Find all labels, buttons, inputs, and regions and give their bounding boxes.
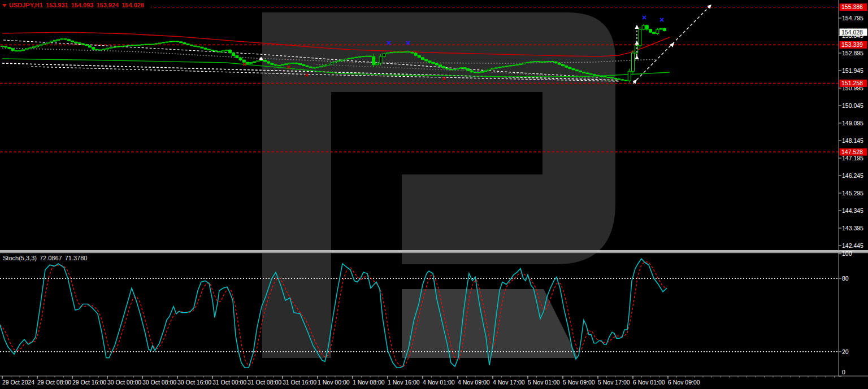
candle-body xyxy=(383,54,385,56)
candle-body xyxy=(460,68,463,68)
time-tick-label: 29 Oct 08:00 xyxy=(37,379,71,386)
time-tick-label: 4 Nov 01:00 xyxy=(423,379,455,386)
candle-body xyxy=(614,78,617,79)
candle-body xyxy=(355,57,358,58)
level-price-badge-text: 151.258 xyxy=(841,80,863,86)
candle-body xyxy=(180,42,183,43)
candle-body xyxy=(411,52,414,53)
candle-body xyxy=(551,62,554,62)
candle-body xyxy=(656,29,659,33)
candle-body xyxy=(197,46,200,47)
candle-body xyxy=(29,48,32,49)
time-tick-label: 1 Nov 08:00 xyxy=(353,379,385,386)
candle-body xyxy=(653,32,656,33)
candle-body xyxy=(131,45,133,46)
candle-body xyxy=(134,45,137,46)
candle-body xyxy=(428,61,431,62)
stoch-tick-label: 100 xyxy=(842,250,852,257)
quote-low: 153.924 xyxy=(96,2,119,8)
candle-body xyxy=(116,46,119,47)
candle-body xyxy=(137,45,140,45)
candle-body xyxy=(628,71,631,81)
candle-body xyxy=(75,42,77,43)
candle-body xyxy=(96,49,98,50)
candle-body xyxy=(516,64,519,65)
separator-bar[interactable] xyxy=(0,250,868,253)
candle-body xyxy=(358,56,361,57)
candle-body xyxy=(169,41,172,42)
time-tick-label: 4 Nov 09:00 xyxy=(458,379,490,386)
candle-body xyxy=(397,52,400,53)
candle-body xyxy=(271,63,274,64)
candle-body xyxy=(610,77,613,78)
candle-body xyxy=(645,25,648,29)
candle-body xyxy=(422,58,424,59)
candle-body xyxy=(593,75,596,75)
time-tick-label: 4 Nov 17:00 xyxy=(493,379,525,386)
candle-body xyxy=(642,25,645,29)
candle-body xyxy=(337,61,340,62)
candle-body xyxy=(579,71,582,72)
candle-body xyxy=(414,53,417,55)
candle-body xyxy=(306,65,309,67)
time-tick-label: 5 Nov 09:00 xyxy=(563,379,595,386)
candle-body xyxy=(229,50,232,53)
candle-body xyxy=(190,45,193,46)
candle-body xyxy=(320,66,323,67)
candle-body xyxy=(316,67,319,68)
candle-body xyxy=(565,66,568,68)
candle-body xyxy=(309,67,312,68)
candle-body xyxy=(172,41,175,42)
candle-body xyxy=(78,43,81,43)
candle-body xyxy=(467,69,470,71)
candle-body xyxy=(365,56,368,56)
candle-body xyxy=(242,60,245,62)
quote-high: 154.093 xyxy=(71,2,94,8)
candle-body xyxy=(43,43,46,45)
candle-body xyxy=(32,47,35,48)
time-tick-label: 30 Oct 16:00 xyxy=(177,379,211,386)
level-price-badge-text: 155.386 xyxy=(841,3,863,10)
candle-body xyxy=(106,48,109,49)
time-tick-label: 29 Oct 2024 xyxy=(2,379,34,386)
level-price-badge-text: 147.528 xyxy=(841,148,863,155)
candle-body xyxy=(562,64,565,65)
chart-canvas[interactable]: 154.795153.845152.895151.945150.995150.0… xyxy=(0,0,868,389)
candle-body xyxy=(632,53,635,71)
trading-chart-window: 154.795153.845152.895151.945150.995150.0… xyxy=(0,0,868,389)
candle-body xyxy=(155,43,158,44)
candle-body xyxy=(92,47,95,50)
candle-body xyxy=(369,56,372,56)
candle-body xyxy=(11,49,14,51)
time-tick-label: 1 Nov 00:00 xyxy=(318,379,350,386)
candle-body xyxy=(292,63,294,63)
candle-body xyxy=(351,58,354,58)
candle-body xyxy=(260,60,263,60)
candle-body xyxy=(60,39,63,40)
candle-body xyxy=(102,49,105,50)
candle-body xyxy=(215,51,218,51)
candle-body xyxy=(649,29,652,32)
candle-body xyxy=(372,56,375,65)
stoch-tick-label: 80 xyxy=(842,275,849,282)
blue-x-marker xyxy=(643,16,646,19)
candle-body xyxy=(253,62,256,63)
candle-body xyxy=(222,51,224,52)
time-tick-label: 31 Oct 16:00 xyxy=(283,379,316,386)
candle-body xyxy=(400,52,403,53)
candle-body xyxy=(502,67,505,67)
candle-body xyxy=(207,49,210,50)
candle-body xyxy=(498,67,501,68)
candle-body xyxy=(478,72,480,73)
time-tick-label: 5 Nov 17:00 xyxy=(598,379,630,386)
candle-body xyxy=(607,77,610,78)
time-axis: 29 Oct 202429 Oct 08:0029 Oct 16:0030 Oc… xyxy=(0,376,868,386)
candle-body xyxy=(71,41,74,42)
symbol-dropdown-icon[interactable] xyxy=(2,4,7,7)
candle-body xyxy=(194,46,197,46)
candle-body xyxy=(659,28,662,29)
candle-body xyxy=(159,43,162,43)
candle-body xyxy=(264,60,267,62)
candle-body xyxy=(281,65,284,66)
candle-body xyxy=(40,45,42,46)
